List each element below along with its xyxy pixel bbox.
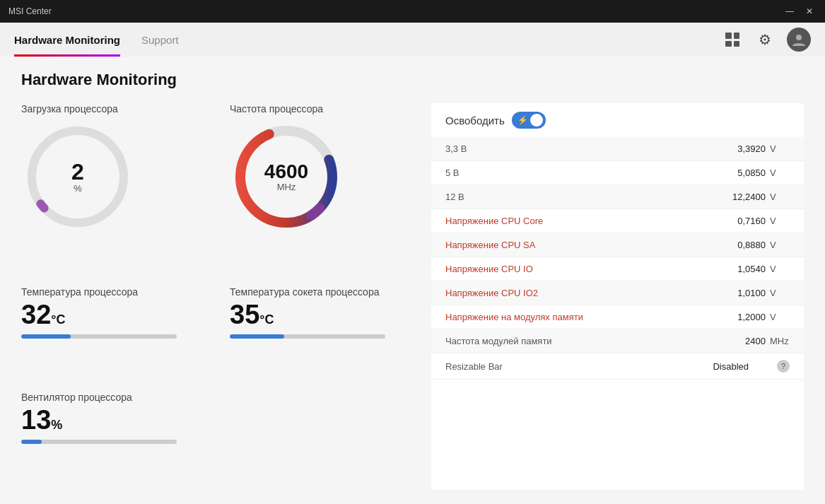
sensor-unit: V <box>770 192 790 202</box>
cpu-temp-label: Температура процессора <box>21 286 209 298</box>
sensor-value: 12,2400 <box>723 192 766 202</box>
left-panel: Загрузка процессора 2 % Частота <box>21 103 417 490</box>
sensor-value: 1,0540 <box>723 264 766 274</box>
cpu-temp-value: 32°C <box>21 300 209 330</box>
cpu-fan-value: 13% <box>21 406 209 435</box>
sensor-value: Disabled <box>706 361 749 372</box>
content-grid: Загрузка процессора 2 % Частота <box>21 103 804 490</box>
sensor-value: 1,2000 <box>723 312 766 322</box>
tab-hardware-monitoring[interactable]: Hardware Monitoring <box>14 23 120 57</box>
sensor-table: 3,3 В3,3920V5 В5,0850V12 В12,2400VНапряж… <box>431 137 804 490</box>
sensor-value: 0,8880 <box>723 240 766 250</box>
sensor-row: Напряжение на модулях памяти1,2000V <box>431 305 804 329</box>
sensor-row: 5 В5,0850V <box>431 161 804 185</box>
cpu-temp-bar <box>21 334 177 339</box>
tab-support[interactable]: Support <box>141 23 179 57</box>
nav-right: ⚙ <box>722 28 811 52</box>
apps-grid-icon[interactable] <box>722 29 743 50</box>
sensor-unit: V <box>770 288 790 298</box>
sensor-row: Напряжение CPU SA0,8880V <box>431 233 804 257</box>
sensor-name: Напряжение CPU IO <box>445 264 533 274</box>
cpu-fan-bar <box>21 440 177 444</box>
window-controls: — ✕ <box>783 4 817 18</box>
sensor-row: 12 В12,2400V <box>431 185 804 209</box>
socket-temp-value: 35°C <box>230 300 417 330</box>
osvobodit-label: Освободить <box>445 115 505 127</box>
sensor-name: Частота модулей памяти <box>445 336 552 346</box>
svg-point-0 <box>796 35 802 40</box>
sensor-name: Напряжение CPU SA <box>445 240 535 250</box>
sensor-value-group: 3,3920V <box>723 143 790 154</box>
sensor-name: 12 В <box>445 192 464 202</box>
socket-temp-label: Температура сокета процессора <box>230 286 417 298</box>
sensor-row: Напряжение CPU IO21,0100V <box>431 281 804 305</box>
sensor-value: 2400 <box>723 336 766 346</box>
sensor-name: 3,3 В <box>445 143 467 154</box>
sensor-value-group: 1,2000V <box>723 312 790 322</box>
sensor-unit: V <box>770 216 790 226</box>
sensor-value: 0,7160 <box>723 216 766 226</box>
cpu-freq-gauge: 4600 MHz <box>230 120 343 233</box>
sensor-name: Напряжение CPU Core <box>445 216 543 226</box>
sensor-name: Напряжение CPU IO2 <box>445 288 538 298</box>
sensor-value-group: 1,0540V <box>723 264 790 274</box>
osvobodit-row: Освободить ⚡ <box>431 103 804 137</box>
close-button[interactable]: ✕ <box>802 4 817 18</box>
sensor-value-group: 1,0100V <box>723 288 790 298</box>
cpu-freq-label: Частота процессора <box>230 103 323 115</box>
sensor-unit: V <box>770 240 790 250</box>
sensor-unit: V <box>770 312 790 322</box>
sensor-value-group: Disabled? <box>706 360 790 373</box>
sensor-value-group: 5,0850V <box>723 168 790 178</box>
nav-tabs: Hardware Monitoring Support <box>14 23 179 57</box>
title-bar: MSI Center — ✕ <box>0 0 825 23</box>
sensor-unit: MHz <box>770 336 790 346</box>
cpu-load-gauge: 2 % <box>21 120 134 233</box>
sensor-value-group: 2400MHz <box>723 336 790 346</box>
nav-bar: Hardware Monitoring Support ⚙ <box>0 23 825 57</box>
cpu-load-value-display: 2 % <box>71 160 84 194</box>
main-content: Hardware Monitoring Загрузка процессора … <box>0 57 825 504</box>
app-name: MSI Center <box>8 6 52 16</box>
minimize-button[interactable]: — <box>783 4 797 18</box>
sensor-value: 3,3920 <box>723 143 766 154</box>
cpu-load-label: Загрузка процессора <box>21 103 118 115</box>
sensor-value-group: 12,2400V <box>723 192 790 202</box>
socket-temp-card: Температура сокета процессора 35°C <box>230 286 417 385</box>
right-panel: Освободить ⚡ 3,3 В3,3920V5 В5,0850V12 В1… <box>431 103 804 490</box>
sensor-name: 5 В <box>445 168 460 178</box>
sensor-row: 3,3 В3,3920V <box>431 137 804 161</box>
sensor-value-group: 0,7160V <box>723 216 790 226</box>
settings-gear-icon[interactable]: ⚙ <box>754 29 776 50</box>
sensor-value: 1,0100 <box>723 288 766 298</box>
page-title: Hardware Monitoring <box>21 71 804 89</box>
cpu-temp-card: Температура процессора 32°C <box>21 286 209 385</box>
sensor-value: 5,0850 <box>723 168 766 178</box>
sensor-unit: V <box>770 168 790 178</box>
cpu-fan-label: Вентилятор процессора <box>21 392 209 403</box>
sensor-row: Resizable BarDisabled? <box>431 353 804 380</box>
sensor-value-group: 0,8880V <box>723 240 790 250</box>
cpu-load-card: Загрузка процессора 2 % <box>21 103 209 279</box>
osvobodit-toggle[interactable]: ⚡ <box>512 112 546 129</box>
cpu-fan-card: Вентилятор процессора 13% <box>21 392 209 490</box>
cpu-freq-value-display: 4600 MHz <box>264 162 308 192</box>
user-avatar[interactable] <box>787 28 811 52</box>
sensor-unit: V <box>770 264 790 274</box>
sensor-row: Напряжение CPU Core0,7160V <box>431 209 804 233</box>
socket-temp-bar <box>230 334 385 339</box>
help-icon[interactable]: ? <box>777 360 790 373</box>
sensor-row: Частота модулей памяти2400MHz <box>431 329 804 353</box>
sensor-row: Напряжение CPU IO1,0540V <box>431 257 804 281</box>
lightning-icon: ⚡ <box>517 115 528 125</box>
sensor-unit: V <box>770 143 790 154</box>
sensor-name: Напряжение на модулях памяти <box>445 312 583 322</box>
sensor-name: Resizable Bar <box>445 361 503 372</box>
cpu-freq-card: Частота процессора <box>230 103 417 279</box>
